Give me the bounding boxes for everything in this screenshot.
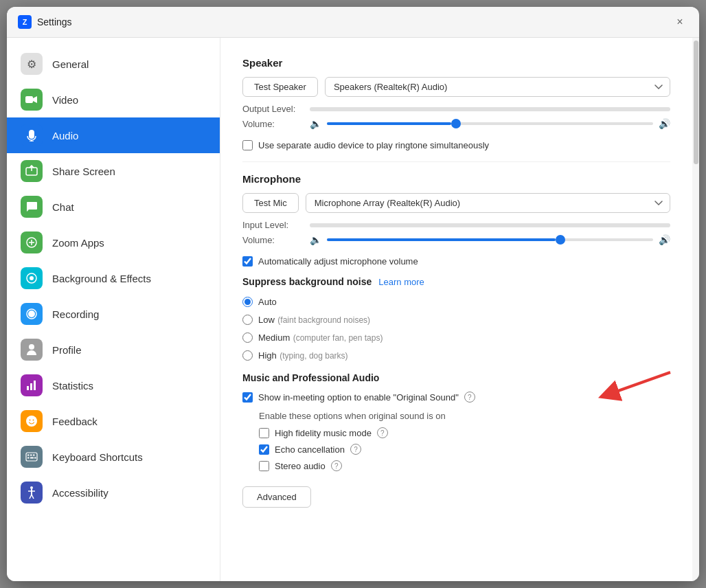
auto-adjust-label: Automatically adjust microphone volume: [258, 256, 418, 267]
mic-device-select[interactable]: Microphone Array (Realtek(R) Audio): [306, 193, 670, 213]
input-level-label: Input Level:: [242, 220, 304, 230]
original-sound-help-icon[interactable]: ?: [464, 392, 475, 403]
auto-adjust-checkbox[interactable]: [242, 256, 253, 267]
stereo-audio-help-icon[interactable]: ?: [331, 460, 342, 471]
mic-volume-thumb[interactable]: [556, 235, 565, 245]
video-icon: [21, 89, 43, 111]
content-area: Speaker Test Speaker Speakers (Realtek(R…: [220, 38, 692, 581]
noise-medium-radio[interactable]: [242, 332, 253, 343]
svg-line-26: [30, 495, 32, 499]
test-mic-button[interactable]: Test Mic: [242, 193, 299, 213]
speaker-volume-row: Volume: 🔈 🔊: [242, 118, 670, 129]
echo-cancellation-help-icon[interactable]: ?: [350, 444, 361, 455]
sidebar-label-zoom-apps: Zoom Apps: [52, 237, 104, 249]
svg-rect-11: [30, 383, 32, 390]
sidebar-label-chat: Chat: [52, 201, 74, 213]
mic-volume-track[interactable]: [327, 238, 653, 241]
mic-vol-low-icon: 🔈: [310, 234, 321, 245]
learn-more-link[interactable]: Learn more: [378, 277, 424, 287]
speaker-section-title: Speaker: [242, 57, 670, 69]
microphone-section-title: Microphone: [242, 173, 670, 185]
high-fidelity-help-icon[interactable]: ?: [377, 427, 388, 438]
sub-options-group: High fidelity music mode ? Echo cancella…: [259, 427, 670, 471]
svg-rect-22: [34, 457, 36, 459]
stereo-audio-row: Stereo audio ?: [259, 460, 670, 471]
general-icon: ⚙: [21, 53, 43, 75]
high-fidelity-row: High fidelity music mode ?: [259, 427, 670, 438]
enable-options-label: Enable these options when original sound…: [259, 411, 446, 421]
sidebar-label-audio: Audio: [52, 130, 78, 142]
mic-volume-fill: [327, 238, 556, 241]
noise-radio-group: Auto Low (faint background noises) Mediu…: [242, 295, 670, 361]
sidebar-label-feedback: Feedback: [52, 416, 98, 427]
test-speaker-button[interactable]: Test Speaker: [242, 77, 318, 97]
sidebar-item-audio[interactable]: Audio: [7, 117, 220, 153]
noise-high-radio[interactable]: [242, 350, 253, 361]
sidebar-label-keyboard-shortcuts: Keyboard Shortcuts: [52, 451, 143, 463]
svg-rect-17: [27, 455, 30, 456]
settings-window: Z Settings × ⚙ General Video: [7, 7, 699, 581]
sidebar-item-statistics[interactable]: Statistics: [7, 368, 220, 403]
speaker-controls-row: Test Speaker Speakers (Realtek(R) Audio): [242, 77, 670, 97]
output-level-bar: [310, 107, 670, 111]
sidebar-item-keyboard-shortcuts[interactable]: Keyboard Shortcuts: [7, 439, 220, 475]
music-section-title: Music and Professional Audio: [242, 372, 670, 383]
separate-audio-row: Use separate audio device to play ringto…: [242, 140, 670, 150]
sidebar-item-profile[interactable]: Profile: [7, 332, 220, 368]
speaker-volume-track[interactable]: [327, 122, 653, 125]
sidebar-item-feedback[interactable]: Feedback: [7, 403, 220, 439]
noise-auto-radio[interactable]: [242, 297, 253, 307]
svg-rect-21: [30, 457, 34, 459]
sidebar-label-accessibility: Accessibility: [52, 487, 109, 499]
sidebar-label-background-effects: Background & Effects: [52, 273, 151, 284]
speaker-volume-thumb[interactable]: [451, 119, 461, 128]
accessibility-icon: [21, 482, 43, 504]
mic-controls-row: Test Mic Microphone Array (Realtek(R) Au…: [242, 193, 670, 213]
sidebar-label-video: Video: [52, 94, 78, 106]
svg-line-27: [32, 495, 34, 499]
noise-low-row: Low (faint background noises): [242, 313, 670, 326]
separate-audio-checkbox[interactable]: [242, 140, 253, 150]
input-level-row: Input Level:: [242, 220, 670, 230]
input-level-bar: [310, 223, 670, 227]
sidebar-item-accessibility[interactable]: Accessibility: [7, 475, 220, 510]
echo-cancellation-row: Echo cancellation ?: [259, 444, 670, 455]
scrollbar-thumb[interactable]: [694, 41, 698, 164]
statistics-icon: [21, 374, 43, 396]
sidebar-label-statistics: Statistics: [52, 380, 93, 392]
sidebar-item-chat[interactable]: Chat: [7, 189, 220, 225]
separate-audio-label: Use separate audio device to play ringto…: [258, 140, 489, 150]
noise-medium-row: Medium (computer fan, pen taps): [242, 331, 670, 343]
sidebar-item-share-screen[interactable]: Share Screen: [7, 153, 220, 189]
echo-cancellation-checkbox[interactable]: [259, 444, 269, 455]
feedback-icon: [21, 410, 43, 432]
high-fidelity-checkbox[interactable]: [259, 428, 269, 438]
sidebar-item-video[interactable]: Video: [7, 82, 220, 117]
sidebar-item-background-effects[interactable]: Background & Effects: [7, 260, 220, 296]
noise-low-label: Low (faint background noises): [258, 313, 370, 326]
advanced-button[interactable]: Advanced: [242, 486, 311, 508]
share-screen-icon: [21, 160, 43, 182]
svg-rect-16: [26, 453, 37, 461]
zoom-apps-icon: [21, 231, 43, 253]
svg-rect-19: [33, 455, 35, 456]
svg-point-9: [29, 344, 34, 350]
speaker-device-select[interactable]: Speakers (Realtek(R) Audio): [325, 77, 670, 97]
original-sound-row: Show in-meeting option to enable "Origin…: [242, 392, 670, 403]
sidebar-item-zoom-apps[interactable]: Zoom Apps: [7, 225, 220, 260]
stereo-audio-checkbox[interactable]: [259, 461, 269, 471]
separator-1: [242, 161, 670, 162]
keyboard-shortcuts-icon: [21, 446, 43, 468]
sidebar-item-recording[interactable]: Recording: [7, 296, 220, 332]
svg-rect-0: [25, 96, 33, 103]
svg-point-15: [33, 420, 34, 421]
noise-low-radio[interactable]: [242, 315, 253, 325]
noise-auto-label: Auto: [258, 295, 277, 308]
enable-options-label-row: Enable these options when original sound…: [242, 409, 670, 422]
sidebar-item-general[interactable]: ⚙ General: [7, 46, 220, 82]
suppress-title: Suppress background noise: [242, 276, 372, 287]
sidebar: ⚙ General Video: [7, 38, 220, 581]
original-sound-checkbox[interactable]: [242, 392, 253, 403]
svg-point-6: [30, 276, 34, 280]
close-button[interactable]: ×: [672, 14, 688, 30]
